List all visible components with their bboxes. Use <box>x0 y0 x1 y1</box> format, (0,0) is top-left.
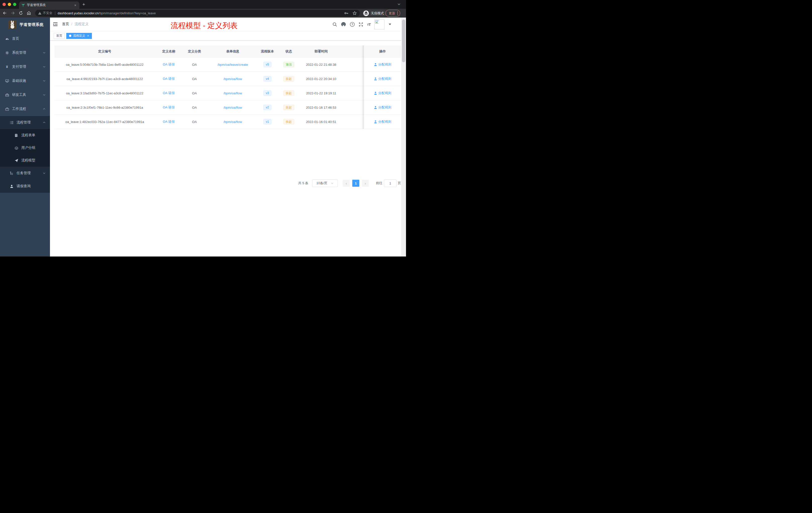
search-icon[interactable] <box>332 22 337 27</box>
form-link[interactable]: /bpm/oa/flow <box>224 77 242 81</box>
browser-update-button[interactable]: 更新 <box>385 10 400 17</box>
font-size-icon[interactable]: TT <box>367 22 371 27</box>
next-page-button[interactable]: › <box>362 180 369 187</box>
sidebar-item-home[interactable]: 首页 <box>0 32 50 46</box>
new-tab-button[interactable]: + <box>82 1 85 8</box>
incognito-label: 无痕模式 <box>371 11 384 16</box>
definition-id: oa_leave:2:3c1f0ef1-76b1-11ec-9c66-a2380… <box>55 105 155 110</box>
definition-name-link[interactable]: OA 请假 <box>163 119 175 124</box>
table-row: oa_leave:2:3c1f0ef1-76b1-11ec-9c66-a2380… <box>55 100 401 115</box>
form-link[interactable]: /bpm/oa/leave/create <box>218 63 248 66</box>
sidebar-item-label: 请假查询 <box>17 184 31 188</box>
back-icon[interactable] <box>2 11 7 15</box>
sidebar-item-leave-query[interactable]: 请假查询 <box>0 180 50 193</box>
definition-name-link[interactable]: OA 请假 <box>163 77 175 81</box>
pagination: 共 5 条 10条/页 ‹ 1 › 前往 页 <box>55 180 401 187</box>
sidebar-item-user-group[interactable]: 用户分组 <box>0 142 50 154</box>
tags-view-bar: 首页 流程定义 × <box>50 31 401 40</box>
incognito-badge: 无痕模式 <box>362 10 387 17</box>
assign-rule-button[interactable]: 分配规则 <box>374 62 392 67</box>
version-badge: v1 <box>263 119 272 124</box>
sidebar-item-dev[interactable]: 研发工具 <box>0 88 50 102</box>
gear-icon <box>5 51 9 55</box>
page-annotation: 流程模型 - 定义列表 <box>171 21 238 31</box>
active-dot <box>69 35 71 37</box>
tag-label: 流程定义 <box>73 34 85 38</box>
sidebar-item-system[interactable]: 系统管理 <box>0 46 50 60</box>
page-size-select[interactable]: 10条/页 <box>312 179 338 187</box>
assign-rule-button[interactable]: 分配规则 <box>374 77 392 81</box>
help-icon[interactable]: ? <box>350 22 355 27</box>
deploy-time: 2022-01-16 01:40:51 <box>302 120 341 124</box>
tag-home[interactable]: 首页 <box>54 33 65 39</box>
assign-rule-button[interactable]: 分配规则 <box>374 119 392 124</box>
assign-rule-button[interactable]: 分配规则 <box>374 91 392 95</box>
forward-icon[interactable] <box>10 11 15 15</box>
chevron-down-icon <box>331 182 334 184</box>
sidebar-item-infra[interactable]: 基础设施 <box>0 74 50 88</box>
sidebar-collapse-icon[interactable] <box>53 22 58 26</box>
fullscreen-window-button[interactable] <box>13 3 16 6</box>
browser-menu-icon[interactable] <box>397 11 398 15</box>
fullscreen-icon[interactable] <box>358 22 363 27</box>
definition-name-link[interactable]: OA 请假 <box>163 105 175 110</box>
prev-page-button[interactable]: ‹ <box>343 180 350 187</box>
tag-process-definition[interactable]: 流程定义 × <box>66 33 92 39</box>
not-secure-warning-icon[interactable] <box>38 12 41 15</box>
monitor-icon <box>5 79 9 83</box>
bookmark-star-icon[interactable] <box>352 11 357 15</box>
version-badge: v2 <box>263 105 272 110</box>
close-window-button[interactable] <box>2 3 6 6</box>
table-row: oa_leave:1:482ec033-762a-11ec-8477-a2380… <box>55 115 401 129</box>
tab-list-chevron-icon[interactable] <box>398 3 401 5</box>
browser-scrollbar[interactable] <box>401 18 406 256</box>
form-link[interactable]: /bpm/oa/flow <box>224 91 242 95</box>
user-icon <box>9 184 13 188</box>
definition-name-link[interactable]: OA 请假 <box>163 91 175 95</box>
scrollbar-thumb[interactable] <box>402 20 405 62</box>
minimize-window-button[interactable] <box>8 3 11 6</box>
browser-tab[interactable]: 芋道管理系统 × <box>19 1 79 9</box>
sidebar-item-task-mgmt[interactable]: 任务管理 <box>0 167 50 180</box>
sidebar-item-workflow[interactable]: 工作流程 <box>0 102 50 116</box>
sidebar-item-process-mgmt[interactable]: 流程管理 <box>0 116 50 129</box>
url-divider <box>55 11 55 15</box>
browser-tabstrip: 芋道管理系统 × + <box>0 0 406 9</box>
tab-close-button[interactable]: × <box>73 3 77 7</box>
current-page-button[interactable]: 1 <box>352 180 359 187</box>
url-domain: dashboard.yudao.iocoder.cn <box>58 11 99 15</box>
screen: 芋道管理系统 × + <box>0 0 406 256</box>
tag-close-icon[interactable]: × <box>87 34 89 38</box>
definition-id: oa_leave:1:482ec033-762a-11ec-8477-a2380… <box>55 120 155 124</box>
breadcrumb-home[interactable]: 首页 <box>62 22 69 26</box>
user-icon <box>374 92 377 95</box>
goto-page-input[interactable] <box>384 179 397 187</box>
chevron-down-icon <box>43 80 46 82</box>
chevron-down-icon <box>43 66 46 67</box>
breadcrumb-separator: / <box>71 22 72 26</box>
form-link[interactable]: /bpm/oa/flow <box>224 120 242 124</box>
svg-text:?: ? <box>351 23 353 26</box>
url-bar[interactable]: 不安全 dashboard.yudao.iocoder.cn/bpm/manag… <box>35 10 360 17</box>
avatar[interactable] <box>374 19 384 29</box>
table-row: oa_leave:5:004b710b-7b8a-11ec-8ef0-acde4… <box>55 58 401 72</box>
col-header-version: 流程版本 <box>259 49 276 54</box>
sidebar-item-pay[interactable]: ¥ 支付管理 <box>0 60 50 74</box>
definition-name-link[interactable]: OA 请假 <box>163 62 175 67</box>
sidebar-item-process-form[interactable]: 流程表单 <box>0 129 50 142</box>
sidebar-item-process-model[interactable]: 流程模型 <box>0 154 50 167</box>
avatar-caret-icon[interactable] <box>389 24 391 25</box>
col-header-id: 定义编号 <box>55 49 155 54</box>
reload-icon[interactable] <box>19 11 23 15</box>
github-icon[interactable] <box>341 22 346 27</box>
app-window: 芋道管理系统 首页 系统管理 ¥ 支付管理 <box>0 18 406 256</box>
form-link[interactable]: /bpm/oa/flow <box>224 105 242 110</box>
home-icon[interactable] <box>27 11 31 15</box>
app-logo[interactable]: 芋道管理系统 <box>0 18 50 32</box>
sidebar-item-label: 支付管理 <box>12 64 26 69</box>
favicon-sprout-icon <box>21 3 25 7</box>
password-key-icon[interactable] <box>344 11 348 15</box>
assign-rule-button[interactable]: 分配规则 <box>374 105 392 110</box>
briefcase-icon <box>5 107 9 111</box>
window-controls[interactable] <box>2 3 16 6</box>
